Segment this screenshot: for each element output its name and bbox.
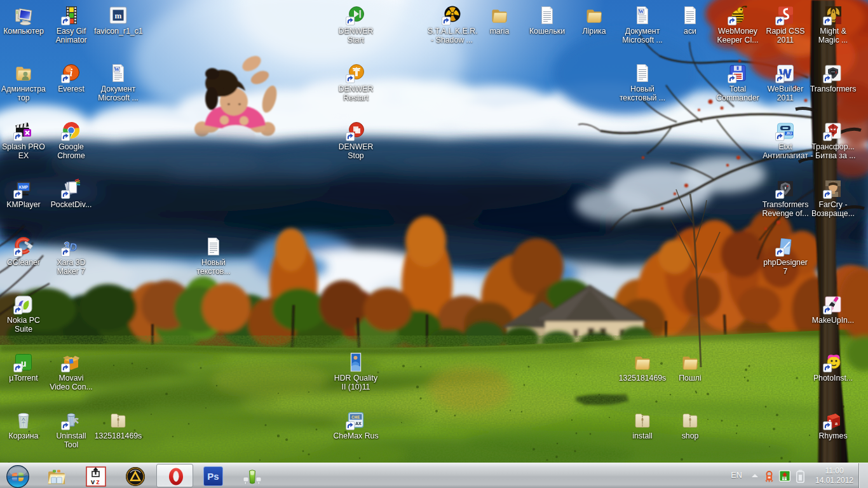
svg-text:CHE: CHE — [351, 415, 360, 420]
svg-text:.RU: .RU — [786, 132, 792, 135]
svg-text:z: z — [96, 478, 100, 485]
svg-text:D: D — [69, 241, 77, 254]
svg-text:m: m — [115, 11, 122, 20]
svg-text:i: i — [70, 67, 73, 78]
svg-text:v: v — [91, 478, 95, 485]
svg-text:a: a — [835, 420, 838, 426]
svg-text:KMP: KMP — [19, 185, 29, 189]
svg-text:AX: AX — [355, 421, 362, 426]
